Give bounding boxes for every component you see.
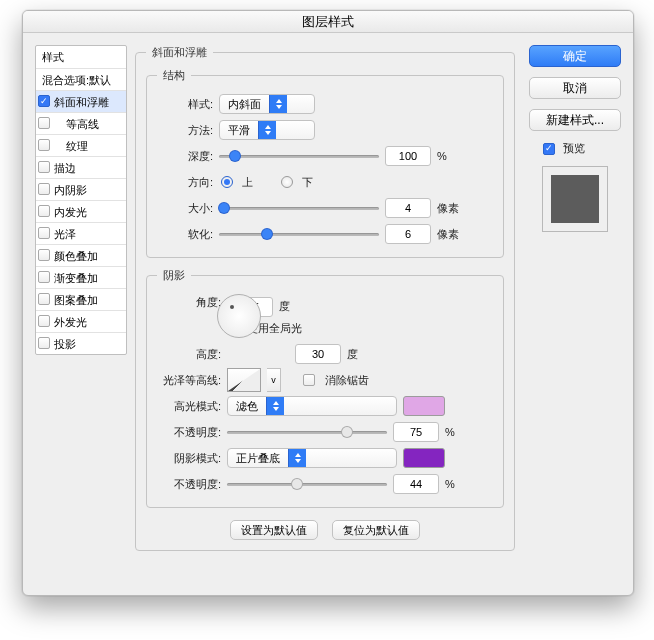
checkbox-icon[interactable] bbox=[38, 117, 50, 129]
shadow-opacity-label: 不透明度: bbox=[157, 477, 221, 492]
sidebar-color-overlay[interactable]: 颜色叠加 bbox=[36, 244, 126, 266]
preview-checkbox-label: 预览 bbox=[563, 141, 585, 156]
sidebar-label: 等高线 bbox=[66, 118, 99, 130]
chevrons-icon bbox=[288, 449, 306, 467]
technique-select[interactable]: 平滑 bbox=[219, 120, 315, 140]
checkbox-icon[interactable] bbox=[38, 293, 50, 305]
deg-label: 度 bbox=[279, 299, 290, 314]
direction-down-label: 下 bbox=[302, 175, 313, 190]
sidebar-satin[interactable]: 光泽 bbox=[36, 222, 126, 244]
antialias-checkbox[interactable] bbox=[303, 374, 315, 386]
sidebar-label: 渐变叠加 bbox=[54, 272, 98, 284]
style-select-value: 内斜面 bbox=[220, 95, 269, 113]
shadow-mode-label: 阴影模式: bbox=[157, 451, 221, 466]
direction-down-radio[interactable] bbox=[281, 176, 293, 188]
shadow-opacity-slider[interactable] bbox=[227, 477, 387, 491]
checkbox-icon[interactable] bbox=[38, 205, 50, 217]
checkbox-icon[interactable] bbox=[38, 271, 50, 283]
size-slider[interactable] bbox=[219, 201, 379, 215]
shadow-opacity-input[interactable]: 44 bbox=[393, 474, 439, 494]
checkbox-icon[interactable] bbox=[38, 227, 50, 239]
sidebar-gradient-overlay[interactable]: 渐变叠加 bbox=[36, 266, 126, 288]
sidebar-label: 内阴影 bbox=[54, 184, 87, 196]
style-select[interactable]: 内斜面 bbox=[219, 94, 315, 114]
sidebar-bevel-emboss[interactable]: 斜面和浮雕 bbox=[36, 90, 126, 112]
cancel-button[interactable]: 取消 bbox=[529, 77, 621, 99]
percent-label: % bbox=[437, 150, 447, 162]
panel-heading: 斜面和浮雕 bbox=[146, 45, 213, 60]
shading-group: 阴影 角度: 125 度 使用全局光 bbox=[146, 268, 504, 508]
highlight-opacity-input[interactable]: 75 bbox=[393, 422, 439, 442]
depth-label: 深度: bbox=[157, 149, 213, 164]
sidebar-label: 外发光 bbox=[54, 316, 87, 328]
direction-up-label: 上 bbox=[242, 175, 253, 190]
preview-checkbox[interactable] bbox=[543, 143, 555, 155]
sidebar-drop-shadow[interactable]: 投影 bbox=[36, 332, 126, 354]
new-style-button[interactable]: 新建样式... bbox=[529, 109, 621, 131]
antialias-label: 消除锯齿 bbox=[325, 373, 369, 388]
angle-wheel[interactable] bbox=[217, 294, 261, 338]
soften-input[interactable]: 6 bbox=[385, 224, 431, 244]
chevrons-icon bbox=[269, 95, 287, 113]
reset-default-button[interactable]: 复位为默认值 bbox=[332, 520, 420, 540]
sidebar-inner-shadow[interactable]: 内阴影 bbox=[36, 178, 126, 200]
make-default-button[interactable]: 设置为默认值 bbox=[230, 520, 318, 540]
sidebar-pattern-overlay[interactable]: 图案叠加 bbox=[36, 288, 126, 310]
angle-label: 角度: bbox=[157, 291, 221, 310]
shadow-mode-select[interactable]: 正片叠底 bbox=[227, 448, 397, 468]
sidebar-label: 纹理 bbox=[66, 140, 88, 152]
ok-button[interactable]: 确定 bbox=[529, 45, 621, 67]
highlight-opacity-slider[interactable] bbox=[227, 425, 387, 439]
px-label: 像素 bbox=[437, 201, 459, 216]
checkbox-icon[interactable] bbox=[38, 95, 50, 107]
checkbox-icon[interactable] bbox=[38, 315, 50, 327]
direction-label: 方向: bbox=[157, 175, 213, 190]
technique-select-value: 平滑 bbox=[220, 121, 258, 139]
altitude-input[interactable]: 30 bbox=[295, 344, 341, 364]
direction-up-radio[interactable] bbox=[221, 176, 233, 188]
px-label: 像素 bbox=[437, 227, 459, 242]
contour-dropdown-icon[interactable]: v bbox=[267, 368, 281, 392]
shadow-mode-value: 正片叠底 bbox=[228, 449, 288, 467]
sidebar-texture[interactable]: 纹理 bbox=[36, 134, 126, 156]
sidebar-label: 内发光 bbox=[54, 206, 87, 218]
soften-slider[interactable] bbox=[219, 227, 379, 241]
contour-picker[interactable] bbox=[227, 368, 261, 392]
bevel-emboss-group: 斜面和浮雕 结构 样式: 内斜面 方法: bbox=[135, 45, 515, 551]
soften-label: 软化: bbox=[157, 227, 213, 242]
gloss-contour-label: 光泽等高线: bbox=[157, 373, 221, 388]
styles-list: 样式 混合选项:默认 斜面和浮雕 等高线 纹理 描边 内阴影 内发光 光泽 颜色… bbox=[35, 45, 127, 355]
structure-group: 结构 样式: 内斜面 方法: 平滑 bbox=[146, 68, 504, 258]
depth-input[interactable]: 100 bbox=[385, 146, 431, 166]
sidebar-label: 描边 bbox=[54, 162, 76, 174]
checkbox-icon[interactable] bbox=[38, 337, 50, 349]
checkbox-icon[interactable] bbox=[38, 139, 50, 151]
size-input[interactable]: 4 bbox=[385, 198, 431, 218]
percent-label: % bbox=[445, 478, 455, 490]
chevrons-icon bbox=[266, 397, 284, 415]
sidebar-blend-options[interactable]: 混合选项:默认 bbox=[36, 68, 126, 90]
sidebar-heading-styles[interactable]: 样式 bbox=[36, 46, 126, 68]
sidebar-contour[interactable]: 等高线 bbox=[36, 112, 126, 134]
sidebar-label: 投影 bbox=[54, 338, 76, 350]
highlight-mode-label: 高光模式: bbox=[157, 399, 221, 414]
preview-thumbnail bbox=[542, 166, 608, 232]
checkbox-icon[interactable] bbox=[38, 161, 50, 173]
dialog-window: 图层样式 样式 混合选项:默认 斜面和浮雕 等高线 纹理 描边 内阴影 内发光 … bbox=[22, 10, 634, 596]
sidebar-inner-glow[interactable]: 内发光 bbox=[36, 200, 126, 222]
altitude-label: 高度: bbox=[157, 347, 221, 362]
style-label: 样式: bbox=[157, 97, 213, 112]
highlight-opacity-label: 不透明度: bbox=[157, 425, 221, 440]
shadow-color-swatch[interactable] bbox=[403, 448, 445, 468]
deg-label: 度 bbox=[347, 347, 358, 362]
depth-slider[interactable] bbox=[219, 149, 379, 163]
technique-label: 方法: bbox=[157, 123, 213, 138]
sidebar-stroke[interactable]: 描边 bbox=[36, 156, 126, 178]
checkbox-icon[interactable] bbox=[38, 249, 50, 261]
sidebar-outer-glow[interactable]: 外发光 bbox=[36, 310, 126, 332]
highlight-mode-select[interactable]: 滤色 bbox=[227, 396, 397, 416]
sidebar-label: 斜面和浮雕 bbox=[54, 96, 109, 108]
sidebar-label: 图案叠加 bbox=[54, 294, 98, 306]
checkbox-icon[interactable] bbox=[38, 183, 50, 195]
highlight-color-swatch[interactable] bbox=[403, 396, 445, 416]
